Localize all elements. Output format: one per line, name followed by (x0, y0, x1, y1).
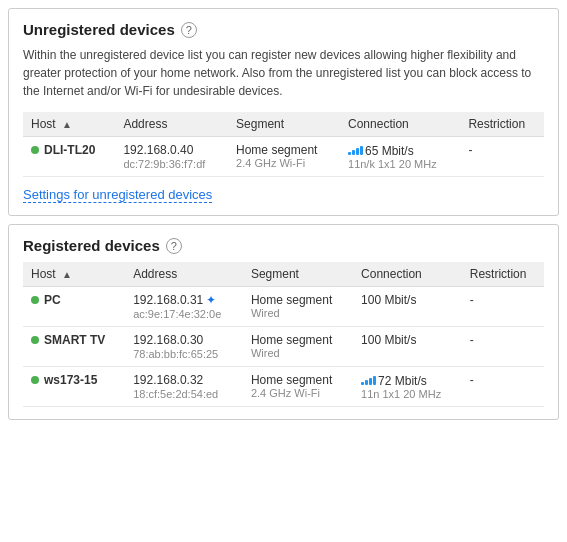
table-row: ws173-15 192.168.0.3218:cf:5e:2d:54:ed H… (23, 367, 544, 407)
registered-table-body: PC 192.168.0.31✦ac:9e:17:4e:32:0e Home s… (23, 287, 544, 407)
address-cell: 192.168.0.3218:cf:5e:2d:54:ed (125, 367, 243, 407)
host-label: ws173-15 (44, 373, 97, 387)
signal-icon (361, 373, 376, 385)
connection-tech: 11n/k 1x1 20 MHz (348, 158, 452, 170)
segment-cell: Home segment Wired (243, 287, 353, 327)
address-cell: 192.168.0.3078:ab:bb:fc:65:25 (125, 327, 243, 367)
table-row: SMART TV 192.168.0.3078:ab:bb:fc:65:25 H… (23, 327, 544, 367)
connection-cell: 100 Mbit/s (353, 287, 462, 327)
connection-speed: 100 Mbit/s (361, 293, 454, 307)
segment-name: Home segment (236, 143, 332, 157)
online-indicator (31, 336, 39, 344)
unregistered-help-icon[interactable]: ? (181, 22, 197, 38)
table-row: PC 192.168.0.31✦ac:9e:17:4e:32:0e Home s… (23, 287, 544, 327)
host-name: PC (31, 293, 117, 307)
host-label: PC (44, 293, 61, 307)
ip-address: 192.168.0.40 (123, 143, 220, 157)
col-host-unregistered[interactable]: Host ▲ (23, 112, 115, 137)
table-row: DLI-TL20 192.168.0.40dc:72:9b:36:f7:df H… (23, 137, 544, 177)
segment-cell: Home segment Wired (243, 327, 353, 367)
unregistered-description: Within the unregistered device list you … (23, 46, 544, 100)
connection-speed: 72 Mbit/s (361, 373, 454, 388)
col-host-registered[interactable]: Host ▲ (23, 262, 125, 287)
unregistered-table: Host ▲ Address Segment Connection Restri… (23, 112, 544, 177)
col-restriction-registered: Restriction (462, 262, 544, 287)
restriction-cell: - (462, 287, 544, 327)
col-connection-registered: Connection (353, 262, 462, 287)
online-indicator (31, 376, 39, 384)
col-connection-unregistered: Connection (340, 112, 460, 137)
segment-name: Home segment (251, 333, 345, 347)
restriction-value: - (470, 293, 474, 307)
signal-icon (348, 143, 363, 155)
registered-title-text: Registered devices (23, 237, 160, 254)
registered-help-icon[interactable]: ? (166, 238, 182, 254)
restriction-cell: - (462, 367, 544, 407)
host-label: SMART TV (44, 333, 105, 347)
registered-section: Registered devices ? Host ▲ Address Segm… (8, 224, 559, 420)
host-cell: DLI-TL20 (23, 137, 115, 177)
connection-speed: 65 Mbit/s (348, 143, 452, 158)
segment-type: Wired (251, 307, 345, 319)
address-cell: 192.168.0.40dc:72:9b:36:f7:df (115, 137, 228, 177)
wired-icon: ✦ (206, 293, 216, 307)
restriction-cell: - (460, 137, 544, 177)
segment-cell: Home segment 2.4 GHz Wi-Fi (243, 367, 353, 407)
registered-title: Registered devices ? (23, 237, 544, 254)
registered-table: Host ▲ Address Segment Connection Restri… (23, 262, 544, 407)
segment-cell: Home segment 2.4 GHz Wi-Fi (228, 137, 340, 177)
registered-table-header: Host ▲ Address Segment Connection Restri… (23, 262, 544, 287)
address-cell: 192.168.0.31✦ac:9e:17:4e:32:0e (125, 287, 243, 327)
restriction-value: - (470, 373, 474, 387)
col-segment-registered: Segment (243, 262, 353, 287)
restriction-value: - (468, 143, 472, 157)
mac-address: dc:72:9b:36:f7:df (123, 158, 220, 170)
sort-arrow-host-reg: ▲ (62, 269, 72, 280)
connection-cell: 100 Mbit/s (353, 327, 462, 367)
connection-cell: 65 Mbit/s 11n/k 1x1 20 MHz (340, 137, 460, 177)
ip-address: 192.168.0.31✦ (133, 293, 235, 307)
unregistered-table-header: Host ▲ Address Segment Connection Restri… (23, 112, 544, 137)
mac-address: ac:9e:17:4e:32:0e (133, 308, 235, 320)
segment-name: Home segment (251, 373, 345, 387)
host-cell: SMART TV (23, 327, 125, 367)
online-indicator (31, 296, 39, 304)
host-name: DLI-TL20 (31, 143, 107, 157)
ip-address: 192.168.0.32 (133, 373, 235, 387)
col-address-unregistered: Address (115, 112, 228, 137)
segment-type: 2.4 GHz Wi-Fi (251, 387, 345, 399)
ip-address: 192.168.0.30 (133, 333, 235, 347)
col-segment-unregistered: Segment (228, 112, 340, 137)
segment-type: Wired (251, 347, 345, 359)
unregistered-title: Unregistered devices ? (23, 21, 544, 38)
restriction-value: - (470, 333, 474, 347)
unregistered-section: Unregistered devices ? Within the unregi… (8, 8, 559, 216)
mac-address: 78:ab:bb:fc:65:25 (133, 348, 235, 360)
connection-tech: 11n 1x1 20 MHz (361, 388, 454, 400)
segment-type: 2.4 GHz Wi-Fi (236, 157, 332, 169)
unregistered-table-body: DLI-TL20 192.168.0.40dc:72:9b:36:f7:df H… (23, 137, 544, 177)
col-restriction-unregistered: Restriction (460, 112, 544, 137)
segment-name: Home segment (251, 293, 345, 307)
mac-address: 18:cf:5e:2d:54:ed (133, 388, 235, 400)
host-label: DLI-TL20 (44, 143, 95, 157)
sort-arrow-host-unreg: ▲ (62, 119, 72, 130)
settings-link[interactable]: Settings for unregistered devices (23, 187, 212, 203)
col-address-registered: Address (125, 262, 243, 287)
host-cell: PC (23, 287, 125, 327)
connection-speed: 100 Mbit/s (361, 333, 454, 347)
host-cell: ws173-15 (23, 367, 125, 407)
host-name: SMART TV (31, 333, 117, 347)
host-name: ws173-15 (31, 373, 117, 387)
restriction-cell: - (462, 327, 544, 367)
online-indicator (31, 146, 39, 154)
unregistered-title-text: Unregistered devices (23, 21, 175, 38)
connection-cell: 72 Mbit/s 11n 1x1 20 MHz (353, 367, 462, 407)
